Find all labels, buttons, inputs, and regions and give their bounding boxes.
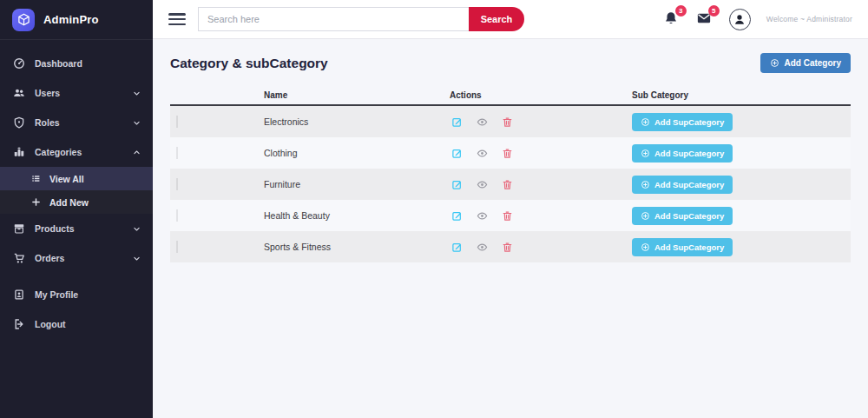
trash-icon[interactable] [502,179,513,190]
plus-circle-icon [641,242,650,252]
table-row: Sports & Fitness Add SupCategory [170,231,851,262]
sidebar-item-label: Products [35,223,122,234]
column-header-sub-category: Sub Category [623,90,851,100]
column-header-actions: Actions [450,90,623,100]
app-window: AdminPro Dashboard Users Roles Categorie… [0,0,868,418]
add-category-label: Add Category [784,58,841,68]
add-subcategory-label: Add SupCategory [654,149,724,158]
sidebar-item-label: Users [35,88,122,98]
table-row: Clothing Add SupCategory [170,137,851,169]
trash-icon[interactable] [502,242,513,253]
list-icon [31,174,42,184]
plus-circle-icon [641,180,650,189]
hamburger-menu-icon[interactable] [168,13,186,25]
chevron-down-icon [132,224,141,233]
cube-logo-icon [12,9,35,31]
plus-icon [31,197,42,208]
chevron-up-icon [132,148,141,156]
messages-mail[interactable]: 5 [696,10,713,28]
add-category-button[interactable]: Add Category [760,53,851,73]
bell-badge: 3 [675,5,687,17]
trash-icon[interactable] [502,116,513,128]
sidebar-item-label: Dashboard [35,58,141,69]
chevron-down-icon [132,118,141,127]
categories-icon [12,146,25,159]
edit-icon[interactable] [451,179,463,190]
sidebar-item-label: Roles [35,117,122,128]
eye-icon[interactable] [477,148,488,159]
add-subcategory-label: Add SupCategory [654,180,724,189]
trash-icon[interactable] [502,148,513,159]
sidebar: AdminPro Dashboard Users Roles Categorie… [0,0,153,418]
users-icon [12,87,25,100]
sidebar-item-orders[interactable]: Orders [0,243,153,273]
sidebar-item-label: My Profile [35,289,141,300]
column-header-name: Name [264,90,450,100]
sidebar-subitem-add-new[interactable]: Add New [0,190,153,214]
table-row: Electronics Add SupCategory [170,106,851,137]
plus-circle-icon [641,211,650,221]
category-name: Clothing [264,148,450,158]
edit-icon[interactable] [451,210,463,222]
eye-icon[interactable] [477,210,488,222]
brand-name: AdminPro [43,13,99,26]
edit-icon[interactable] [451,116,463,128]
edit-icon[interactable] [451,242,463,253]
eye-icon[interactable] [477,116,488,128]
sidebar-item-roles[interactable]: Roles [0,108,153,137]
add-subcategory-button[interactable]: Add SupCategory [632,238,733,256]
topbar-right: 3 5 Welcome ~ Administrator [663,9,852,30]
sidebar-item-users[interactable]: Users [0,78,153,108]
add-subcategory-button[interactable]: Add SupCategory [632,113,733,131]
search-button[interactable]: Search [469,7,524,31]
sidebar-subitem-view-all[interactable]: View All [0,167,153,190]
shield-icon [12,116,25,129]
cart-icon [12,252,25,265]
category-name: Sports & Fitness [264,242,450,252]
category-name: Health & Beauty [264,210,450,221]
add-subcategory-label: Add SupCategory [654,117,724,127]
chevron-down-icon [132,254,141,262]
notifications-bell[interactable]: 3 [663,10,681,28]
mail-badge: 5 [708,5,720,17]
sidebar-item-dashboard[interactable]: Dashboard [0,49,153,78]
plus-circle-icon [641,117,650,127]
add-subcategory-button[interactable]: Add SupCategory [632,207,733,225]
welcome-text: Welcome ~ Administrator [766,15,852,23]
chevron-down-icon [132,89,141,97]
dashboard-icon [12,57,25,70]
sidebar-item-label: Logout [35,319,141,329]
profile-card-icon [12,289,25,302]
add-subcategory-button[interactable]: Add SupCategory [632,144,733,163]
sidebar-item-my-profile[interactable]: My Profile [0,280,153,309]
search-group: Search [198,7,524,31]
plus-circle-icon [770,58,779,68]
sidebar-item-categories[interactable]: Categories [0,137,153,167]
category-name: Furniture [264,179,450,189]
main-area: Search 3 5 Welcome ~ Administrator [153,0,868,418]
sidebar-item-label: Add New [49,197,141,208]
sidebar-item-products[interactable]: Products [0,214,153,243]
add-subcategory-label: Add SupCategory [654,242,724,252]
trash-icon[interactable] [502,210,513,222]
table-row: Health & Beauty Add SupCategory [170,200,851,231]
search-input[interactable] [198,7,469,31]
sidebar-item-label: Categories [35,147,122,157]
sidebar-nav: Dashboard Users Roles Categories Vie [0,40,153,339]
eye-icon[interactable] [477,242,488,253]
box-icon [12,222,25,236]
category-name: Electronics [264,116,450,127]
categories-submenu: View All Add New [0,167,153,214]
edit-icon[interactable] [451,148,463,159]
add-subcategory-label: Add SupCategory [654,211,724,221]
eye-icon[interactable] [477,179,488,190]
page-content: Category & subCategory Add Category Name… [153,39,868,276]
sidebar-item-label: Orders [35,253,122,263]
brand-header: AdminPro [0,0,153,40]
table-row: Furniture Add SupCategory [170,169,851,200]
sidebar-item-label: View All [49,174,141,184]
add-subcategory-button[interactable]: Add SupCategory [632,176,733,194]
user-avatar[interactable] [729,9,751,30]
person-icon [733,12,746,26]
sidebar-item-logout[interactable]: Logout [0,309,153,339]
